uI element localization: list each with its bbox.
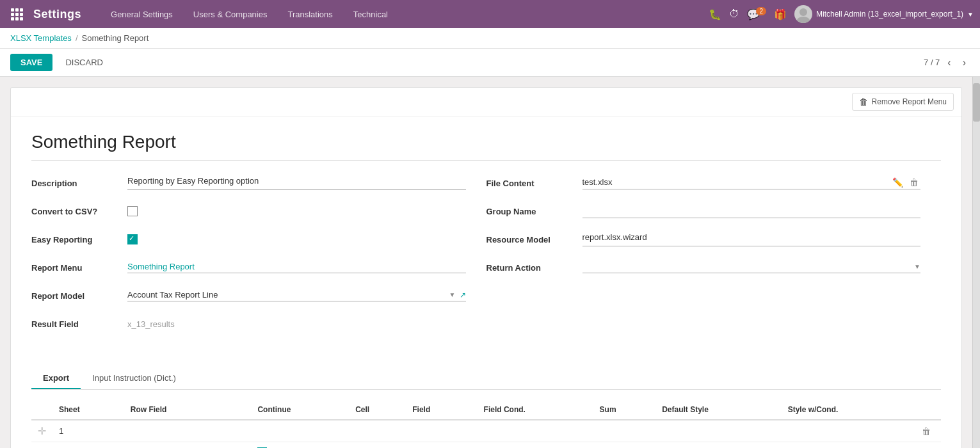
result-field-value: x_13_results bbox=[127, 319, 466, 329]
user-dropdown-icon: ▼ bbox=[967, 11, 974, 18]
description-label: Description bbox=[31, 179, 127, 188]
result-field-row: Result Field x_13_results bbox=[31, 314, 466, 333]
nav-general-settings[interactable]: General Settings bbox=[100, 0, 183, 28]
svg-rect-8 bbox=[20, 17, 23, 20]
breadcrumb-separator: / bbox=[76, 33, 78, 43]
tab-export[interactable]: Export bbox=[31, 368, 81, 389]
return-action-value bbox=[582, 262, 915, 271]
cell-field-0 bbox=[406, 420, 477, 442]
col-sum: Sum bbox=[593, 400, 656, 420]
resource-model-label: Resource Model bbox=[486, 235, 582, 244]
return-action-label: Return Action bbox=[486, 263, 582, 273]
chat-badge: 2 bbox=[756, 7, 766, 15]
file-content-field: test.xlsx ✏️ 🗑 bbox=[582, 177, 921, 189]
form-fields: Description Reporting by Easy Reporting … bbox=[31, 173, 941, 342]
file-content-edit-icon[interactable]: ✏️ bbox=[890, 177, 905, 188]
pagination: 7 / 7 ‹ › bbox=[924, 56, 970, 70]
col-drag bbox=[31, 400, 52, 420]
svg-rect-2 bbox=[20, 8, 23, 12]
activity-icon[interactable]: ⏱ bbox=[729, 8, 739, 20]
row-delete-0[interactable]: 🗑 bbox=[922, 426, 931, 436]
file-content-label: File Content bbox=[486, 179, 582, 188]
resource-model-row: Resource Model report.xlsx.wizard bbox=[486, 230, 921, 249]
report-menu-value[interactable]: Something Report bbox=[127, 262, 466, 273]
cell-sum-0 bbox=[593, 420, 656, 442]
col-default-style: Default Style bbox=[655, 400, 782, 420]
cell-continue-0 bbox=[251, 420, 349, 442]
user-menu[interactable]: Mitchell Admin (13_excel_import_export_1… bbox=[794, 5, 974, 23]
return-action-select[interactable]: ▼ bbox=[582, 262, 921, 273]
pagination-prev[interactable]: ‹ bbox=[944, 56, 954, 70]
cell-default-style-0 bbox=[655, 420, 782, 442]
svg-point-10 bbox=[797, 17, 810, 23]
description-value[interactable]: Reporting by Easy Reporting option bbox=[127, 176, 466, 190]
pagination-count: 7 / 7 bbox=[924, 58, 940, 67]
report-model-row: Report Model Account Tax Report Line ▼ ↗ bbox=[31, 286, 466, 305]
description-row: Description Reporting by Easy Reporting … bbox=[31, 173, 466, 193]
tab-input-instruction[interactable]: Input Instruction (Dict.) bbox=[81, 368, 188, 389]
save-button[interactable]: SAVE bbox=[10, 54, 52, 71]
main-content: 🗑 Remove Report Menu Something Report De… bbox=[0, 77, 972, 448]
gift-icon[interactable]: 🎁 bbox=[774, 8, 787, 20]
svg-rect-4 bbox=[15, 13, 19, 16]
breadcrumb-current: Something Report bbox=[82, 33, 149, 43]
cell-sum-1 bbox=[593, 442, 656, 449]
breadcrumb-parent[interactable]: XLSX Templates bbox=[10, 33, 72, 43]
report-model-label: Report Model bbox=[31, 291, 127, 301]
cell-sheet-1 bbox=[52, 442, 124, 449]
report-model-ext-link-icon[interactable]: ↗ bbox=[460, 291, 466, 300]
report-model-value: Account Tax Report Line bbox=[127, 290, 449, 300]
resource-model-value[interactable]: report.xlsx.wizard bbox=[582, 232, 921, 246]
cell-cell-1 bbox=[349, 442, 406, 449]
svg-rect-7 bbox=[15, 17, 19, 20]
svg-point-9 bbox=[799, 8, 807, 16]
drag-handle-icon[interactable]: ✛ bbox=[38, 426, 46, 436]
svg-rect-6 bbox=[11, 17, 14, 20]
table-section: Sheet Row Field Continue Cell Field Fiel… bbox=[11, 400, 961, 448]
remove-menu-button[interactable]: 🗑 Remove Report Menu bbox=[852, 93, 954, 111]
col-continue: Continue bbox=[251, 400, 349, 420]
easy-reporting-checkbox[interactable] bbox=[127, 234, 138, 244]
breadcrumb: XLSX Templates / Something Report bbox=[0, 28, 980, 49]
user-name: Mitchell Admin (13_excel_import_export_1… bbox=[816, 10, 963, 19]
cell-continue-1[interactable] bbox=[251, 442, 349, 449]
discard-button[interactable]: DISCARD bbox=[58, 54, 111, 71]
cell-style-wcond-0 bbox=[782, 420, 915, 442]
tabs-bar: Export Input Instruction (Dict.) bbox=[31, 368, 941, 390]
cell-style-wcond-1 bbox=[782, 442, 915, 449]
report-model-select[interactable]: Account Tax Report Line ▼ ↗ bbox=[127, 290, 466, 301]
pagination-next[interactable]: › bbox=[959, 56, 970, 70]
form-left-col: Description Reporting by Easy Reporting … bbox=[31, 173, 486, 342]
col-style-wcond: Style w/Cond. bbox=[782, 400, 915, 420]
action-bar: SAVE DISCARD 7 / 7 ‹ › bbox=[0, 49, 980, 77]
easy-reporting-row: Easy Reporting bbox=[31, 230, 466, 249]
nav-translations[interactable]: Translations bbox=[277, 0, 342, 28]
svg-rect-5 bbox=[20, 13, 23, 16]
cell-field-1 bbox=[406, 442, 477, 449]
export-table: Sheet Row Field Continue Cell Field Fiel… bbox=[31, 400, 941, 448]
report-menu-row: Report Menu Something Report bbox=[31, 258, 466, 277]
report-menu-label: Report Menu bbox=[31, 263, 127, 273]
remove-menu-icon: 🗑 bbox=[859, 97, 868, 107]
file-content-delete-icon[interactable]: 🗑 bbox=[908, 177, 920, 188]
debug-icon[interactable]: 🐛 bbox=[709, 8, 721, 20]
table-row: ✛ x_13_results 🗑 bbox=[31, 442, 941, 449]
report-model-arrow-icon: ▼ bbox=[449, 291, 456, 298]
navbar-right: 🐛 ⏱ 💬 2 🎁 Mitchell Admin (13_excel_impor… bbox=[709, 5, 974, 23]
nav-users-companies[interactable]: Users & Companies bbox=[183, 0, 278, 28]
convert-csv-checkbox[interactable] bbox=[127, 206, 138, 216]
vertical-scrollbar[interactable] bbox=[972, 77, 980, 448]
easy-reporting-label: Easy Reporting bbox=[31, 235, 127, 244]
apps-icon[interactable] bbox=[6, 4, 27, 24]
group-name-label: Group Name bbox=[486, 207, 582, 216]
nav-technical[interactable]: Technical bbox=[343, 0, 398, 28]
cell-row-field-1: x_13_results bbox=[124, 442, 252, 449]
table-row: ✛ 1 🗑 bbox=[31, 420, 941, 442]
svg-rect-1 bbox=[15, 8, 19, 12]
group-name-row: Group Name bbox=[486, 202, 921, 221]
cell-row-field-0 bbox=[124, 420, 252, 442]
group-name-value[interactable] bbox=[582, 204, 921, 218]
col-sheet: Sheet bbox=[52, 400, 124, 420]
scrollbar-thumb[interactable] bbox=[973, 83, 980, 122]
convert-csv-label: Convert to CSV? bbox=[31, 207, 127, 216]
